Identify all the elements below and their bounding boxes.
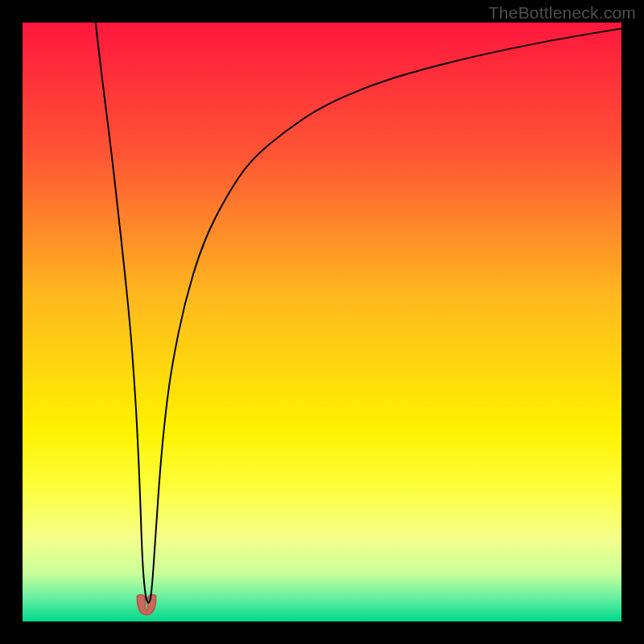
chart-frame: TheBottleneck.com [0, 0, 644, 644]
plot-area [23, 23, 621, 621]
watermark-text: TheBottleneck.com [489, 3, 636, 23]
chart-svg [23, 23, 621, 621]
gradient-background [23, 23, 621, 621]
